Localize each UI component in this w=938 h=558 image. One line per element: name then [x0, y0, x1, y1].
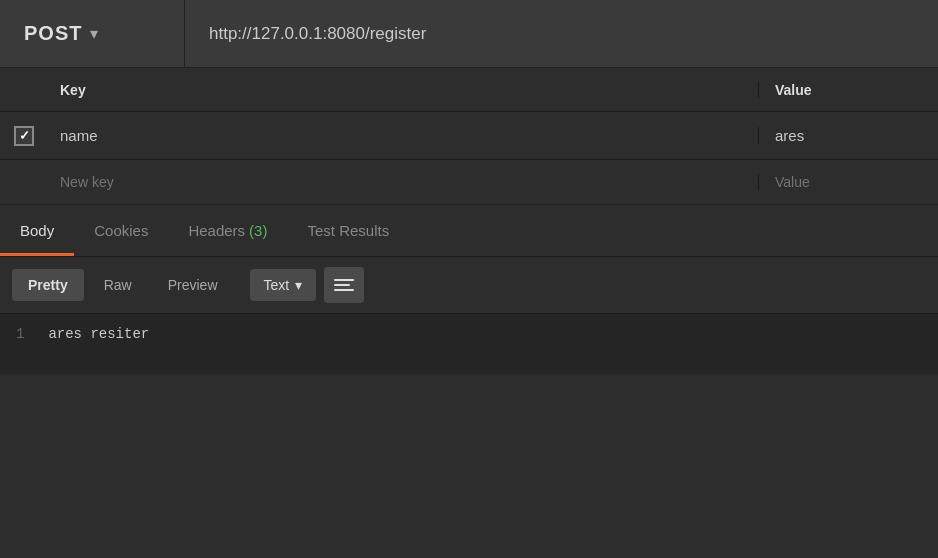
method-label: POST	[24, 22, 82, 45]
tab-headers[interactable]: Headers (3)	[168, 205, 287, 256]
row-key[interactable]: name	[48, 127, 758, 144]
new-key-input[interactable]	[48, 174, 758, 190]
code-area: 1 ares resiter	[0, 314, 938, 374]
tab-headers-label: Headers	[188, 222, 245, 239]
row-value[interactable]: ares	[758, 127, 938, 144]
tab-body[interactable]: Body	[0, 205, 74, 256]
text-format-chevron-icon: ▾	[295, 277, 302, 293]
table-row: name ares	[0, 112, 938, 160]
line-number: 1	[0, 326, 40, 362]
value-column-header: Value	[758, 82, 938, 98]
new-value-input[interactable]	[758, 174, 938, 190]
headers-badge: (3)	[249, 222, 267, 239]
format-bar: Pretty Raw Preview Text ▾	[0, 257, 938, 314]
new-params-row	[0, 160, 938, 204]
tab-test-results-label: Test Results	[307, 222, 389, 239]
text-format-label: Text	[264, 277, 290, 293]
url-bar[interactable]: http://127.0.0.1:8080/register	[185, 24, 938, 44]
params-header: Key Value	[0, 68, 938, 112]
row-checkbox[interactable]	[14, 126, 34, 146]
key-column-header: Key	[48, 82, 758, 98]
tab-test-results[interactable]: Test Results	[287, 205, 409, 256]
response-tabs: Body Cookies Headers (3) Test Results	[0, 205, 938, 257]
tab-cookies[interactable]: Cookies	[74, 205, 168, 256]
preview-button[interactable]: Preview	[152, 269, 234, 301]
params-section: Key Value name ares	[0, 68, 938, 205]
code-content[interactable]: ares resiter	[40, 326, 157, 362]
top-bar: POST ▾ http://127.0.0.1:8080/register	[0, 0, 938, 68]
wrap-lines-icon	[334, 279, 354, 291]
tab-body-label: Body	[20, 222, 54, 239]
tab-cookies-label: Cookies	[94, 222, 148, 239]
pretty-button[interactable]: Pretty	[12, 269, 84, 301]
raw-button[interactable]: Raw	[88, 269, 148, 301]
row-checkbox-col[interactable]	[0, 126, 48, 146]
wrap-button[interactable]	[324, 267, 364, 303]
method-chevron-icon: ▾	[90, 24, 98, 43]
method-selector[interactable]: POST ▾	[0, 0, 185, 67]
text-format-dropdown[interactable]: Text ▾	[250, 269, 317, 301]
